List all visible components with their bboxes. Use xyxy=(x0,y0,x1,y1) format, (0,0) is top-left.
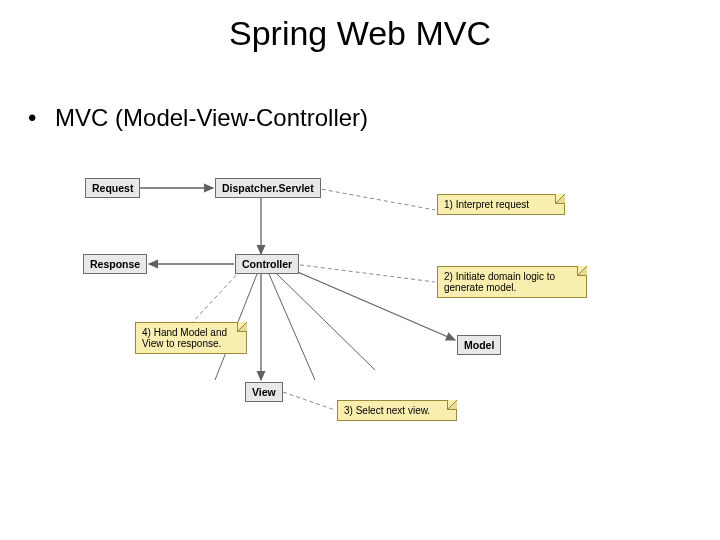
page-title: Spring Web MVC xyxy=(0,14,720,53)
note-hand-model-view: 4) Hand Model and View to response. xyxy=(135,322,247,354)
note-text: 3) Select next view. xyxy=(344,405,430,416)
note-text: 1) Interpret request xyxy=(444,199,529,210)
box-response: Response xyxy=(83,254,147,274)
box-controller: Controller xyxy=(235,254,299,274)
svg-line-4 xyxy=(293,270,455,340)
note-fold-icon xyxy=(577,266,587,276)
svg-line-9 xyxy=(190,270,241,325)
svg-line-7 xyxy=(293,264,435,282)
svg-line-8 xyxy=(283,392,335,410)
svg-line-12 xyxy=(277,274,375,370)
mvc-diagram: Request Dispatcher.Servlet Response Cont… xyxy=(55,170,635,450)
note-text: 4) Hand Model and View to response. xyxy=(142,327,227,349)
note-fold-icon xyxy=(447,400,457,410)
subtitle-text: MVC (Model-View-Controller) xyxy=(55,104,368,132)
note-select-next-view: 3) Select next view. xyxy=(337,400,457,421)
box-view: View xyxy=(245,382,283,402)
note-text: 2) Initiate domain logic to generate mod… xyxy=(444,271,555,293)
box-model: Model xyxy=(457,335,501,355)
box-request: Request xyxy=(85,178,140,198)
bullet-icon: • xyxy=(28,104,36,132)
note-fold-icon xyxy=(237,322,247,332)
bullet-item: • MVC (Model-View-Controller) xyxy=(28,102,368,132)
svg-line-6 xyxy=(315,188,435,210)
note-initiate-domain-logic: 2) Initiate domain logic to generate mod… xyxy=(437,266,587,298)
note-interpret-request: 1) Interpret request xyxy=(437,194,565,215)
note-fold-icon xyxy=(555,194,565,204)
box-dispatcher: Dispatcher.Servlet xyxy=(215,178,321,198)
svg-line-11 xyxy=(269,274,315,380)
